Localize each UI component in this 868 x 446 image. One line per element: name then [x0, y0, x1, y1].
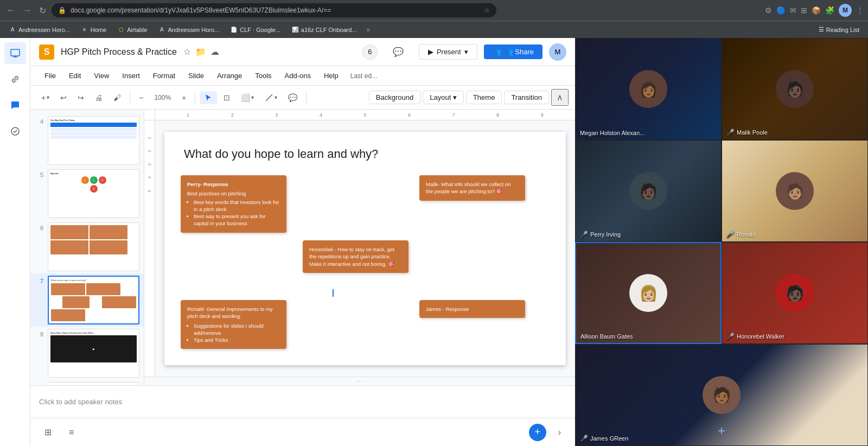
bookmark-clf[interactable]: 📄 CLF · Google...	[226, 25, 285, 35]
speaker-notes[interactable]: Click to add speaker notes	[30, 385, 575, 418]
lock-icon: 🔒	[58, 7, 66, 14]
undo-button[interactable]: ↩	[56, 91, 71, 104]
line-tool-button[interactable]: ▾	[260, 91, 282, 104]
extension-icon-5[interactable]: 📦	[812, 6, 821, 15]
slide-canvas[interactable]: What do you hope to learn and why? Perry…	[164, 132, 566, 365]
comments-header-btn[interactable]: 💬	[384, 43, 412, 60]
folder-icon[interactable]: 📁	[195, 47, 206, 57]
next-slide-button[interactable]: ›	[553, 424, 566, 441]
slide-preview-9[interactable]: Key Tools	[48, 382, 139, 385]
slide-thumb-4[interactable]: 4 Our Big Goal For Today	[30, 114, 144, 167]
add-participant-button[interactable]: +	[713, 422, 730, 439]
sticky-card-honorebel[interactable]: Honorebel - How to stay on track, get th…	[303, 240, 409, 273]
layout-button[interactable]: Layout ▾	[423, 91, 464, 104]
menu-view[interactable]: View	[88, 69, 114, 82]
bookmark-more-button[interactable]: »	[363, 25, 374, 35]
slide-preview-7[interactable]: What do you hope to learn and why?	[48, 276, 139, 324]
sticky-card-james[interactable]: James - Response	[419, 300, 525, 318]
add-button[interactable]: + ▾	[37, 91, 54, 104]
shape-tool-button[interactable]: ⬜ ▾	[237, 91, 258, 104]
bookmark-icon[interactable]: ☆	[484, 7, 490, 14]
canvas-scroll-area[interactable]: What do you hope to learn and why? Perry…	[155, 120, 575, 377]
extension-icon-3[interactable]: ✉	[790, 6, 796, 15]
slide-thumb-5[interactable]: 5 Agenda 1 2 3 4	[30, 167, 144, 220]
collapse-toolbar-button[interactable]: ∧	[551, 89, 569, 106]
extensions-icon[interactable]: 🧩	[825, 6, 834, 15]
extension-icon-1[interactable]: ⚙	[765, 6, 772, 15]
select-tool-button[interactable]	[200, 91, 217, 104]
filmstrip-view-button[interactable]: ≡	[63, 424, 79, 441]
cloud-icon[interactable]: ☁	[210, 47, 219, 57]
bookmark-airtable[interactable]: ⬡ Airtable	[113, 25, 151, 35]
reading-list-button[interactable]: ☰ Reading List	[814, 25, 864, 34]
plus-icon: +	[41, 93, 46, 102]
zoom-out-button[interactable]: −	[135, 91, 148, 104]
slide-counter: 6	[362, 44, 378, 60]
speaker-notes-placeholder[interactable]: Click to add speaker notes	[39, 398, 122, 406]
background-button[interactable]: Background	[369, 91, 420, 104]
bookmark-andreessen-1[interactable]: A Andreessen Horo...	[4, 25, 74, 35]
sidebar-icon-link[interactable]	[4, 68, 26, 90]
menu-tools[interactable]: Tools	[250, 69, 277, 82]
menu-arrange[interactable]: Arrange	[212, 69, 247, 82]
extension-icon-2[interactable]: 🔵	[776, 6, 786, 15]
menu-format[interactable]: Format	[148, 69, 181, 82]
sidebar-icon-check[interactable]	[4, 120, 26, 142]
extension-icon-4[interactable]: ⊞	[801, 6, 807, 15]
grid-view-button[interactable]: ⊞	[39, 424, 57, 441]
user-avatar-browser[interactable]: M	[839, 4, 852, 17]
slide-preview-8[interactable]: Deep Dive: How to Process for Your Pitch…	[48, 329, 139, 378]
paint-format-button[interactable]: 🖌	[109, 91, 125, 104]
sticky-card-malik[interactable]: Malik- What info should we collect on th…	[419, 175, 525, 201]
add-slide-button[interactable]: +	[529, 424, 546, 441]
menu-addons[interactable]: Add-ons	[279, 69, 316, 82]
slide-thumb-6[interactable]: 6	[30, 220, 144, 273]
bookmark-a16z[interactable]: 📊 a16z CLF Onboard...	[287, 25, 361, 35]
share-button[interactable]: 👥 👥 Share	[484, 44, 542, 59]
refresh-button[interactable]: ↻	[37, 3, 48, 18]
redo-button[interactable]: ↪	[73, 91, 88, 104]
slide-preview-5[interactable]: Agenda 1 2 3 4	[48, 169, 139, 218]
sidebar-icon-comments[interactable]	[4, 94, 26, 116]
slide-preview-6[interactable]	[48, 222, 139, 271]
sticky-card-perry[interactable]: Perry- Response Best practices on pitchi…	[181, 175, 286, 233]
menu-help[interactable]: Help	[318, 69, 344, 82]
ronald-card-title: Ronald- General improvements to my pitch…	[187, 305, 280, 320]
user-avatar[interactable]: M	[549, 43, 566, 61]
perry-card-title: Perry- Response	[187, 181, 280, 188]
video-tile-honorebel: 🧑🏿 🎤 Honorebel Walker	[722, 242, 868, 344]
perry-card-list: Best key words that investors look for i…	[194, 199, 280, 227]
layout-dropdown-icon: ▾	[453, 93, 457, 101]
select2-tool-button[interactable]: ⊡	[219, 91, 234, 104]
theme-button[interactable]: Theme	[466, 91, 502, 104]
sidebar-icon-slides[interactable]	[4, 42, 26, 64]
forward-button[interactable]: →	[21, 3, 34, 17]
sticky-card-ronald[interactable]: Ronald- General improvements to my pitch…	[181, 300, 286, 349]
transition-button[interactable]: Transition	[504, 91, 549, 104]
slide-thumb-7[interactable]: 7 What do you hope to learn and why?	[30, 273, 144, 327]
slide-preview-4[interactable]: Our Big Goal For Today	[48, 116, 139, 165]
menu-slide[interactable]: Slide	[183, 69, 209, 82]
ruler-mark-1: 1	[187, 112, 189, 118]
zoom-in-button[interactable]: +	[177, 91, 190, 104]
participant-name-ronald: 🎤 Ronald	[726, 231, 756, 238]
star-icon[interactable]: ☆	[183, 47, 191, 57]
slide-thumb-8[interactable]: 8 Deep Dive: How to Process for Your Pit…	[30, 327, 144, 380]
bookmark-andreessen-2[interactable]: A Andreessen Horo...	[154, 25, 224, 35]
bookmark-label-2: Andreessen Horo...	[168, 27, 219, 33]
address-bar[interactable]: 🔒 docs.google.com/presentation/d/1yVJxa6…	[52, 3, 496, 17]
menu-insert[interactable]: Insert	[117, 69, 145, 82]
svg-line-4	[266, 94, 272, 101]
slide-num-7: 7	[35, 276, 43, 284]
menu-icon[interactable]: ⋮	[856, 6, 864, 15]
comment-tool-button[interactable]: 💬	[284, 91, 302, 104]
slide-thumb-9[interactable]: 9 Key Tools	[30, 380, 144, 385]
print-button[interactable]: 🖨	[91, 91, 107, 104]
present-button[interactable]: ▶ Present ▾	[419, 44, 477, 60]
back-button[interactable]: ←	[4, 3, 17, 17]
menu-file[interactable]: File	[39, 69, 61, 82]
toolbar-divider-3	[306, 91, 307, 104]
bookmark-home[interactable]: ≡ Home	[76, 25, 111, 35]
menu-edit[interactable]: Edit	[63, 69, 86, 82]
zoom-level-button[interactable]: 100%	[150, 92, 175, 104]
